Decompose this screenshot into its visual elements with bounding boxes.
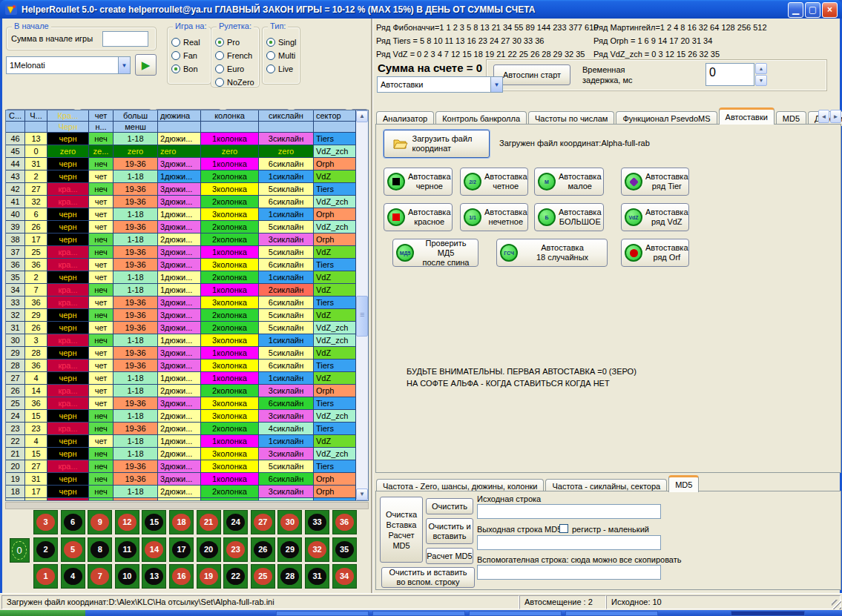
chevron-down-icon[interactable]: ▼ bbox=[490, 77, 502, 92]
play-button[interactable]: ▶ bbox=[135, 54, 157, 76]
table-row[interactable]: 1931черннеч19-363дюжи...1колонка6сиклайн… bbox=[6, 473, 356, 486]
scrollbar-thumb[interactable] bbox=[356, 296, 368, 337]
taskbar-button[interactable] bbox=[276, 611, 369, 616]
board-cell-10[interactable]: 10 bbox=[115, 564, 139, 589]
register-checkbox[interactable] bbox=[559, 524, 568, 533]
board-cell-11[interactable]: 11 bbox=[115, 537, 139, 562]
board-cell-16[interactable]: 16 bbox=[169, 564, 194, 589]
taskbar-button[interactable] bbox=[731, 611, 805, 616]
table-scrollbar[interactable]: ▲ ▼ bbox=[356, 110, 368, 500]
radio-option-fan[interactable]: Fan bbox=[171, 50, 208, 62]
table-row[interactable]: 2536кра...чет19-363дюжи...3колонка6сикла… bbox=[6, 397, 356, 410]
tab-scroll-right-icon[interactable]: ► bbox=[830, 110, 841, 123]
load-coordinates-button[interactable]: Загрузить файл координат bbox=[384, 130, 490, 158]
board-cell-29[interactable]: 29 bbox=[277, 537, 302, 562]
radio-option-pro[interactable]: Pro bbox=[215, 36, 256, 48]
table-row[interactable]: 4132кра...чет19-363дюжи...2колонка6сикла… bbox=[6, 196, 356, 208]
board-cell-24[interactable]: 24 bbox=[223, 510, 248, 534]
autospin-start-button[interactable]: Автоспин старт bbox=[493, 64, 570, 85]
table-row[interactable]: 3926чернчет19-363дюжи...2колонка5сиклайн… bbox=[6, 221, 356, 234]
stake-button-красное[interactable]: Автоставкакрасное bbox=[384, 203, 453, 231]
table-row[interactable]: 1723кра...неч19-362дюжи...2колонка4сикла… bbox=[6, 498, 356, 500]
board-cell-32[interactable]: 32 bbox=[305, 537, 329, 562]
table-row[interactable]: 2323кра...неч19-362дюжи...2колонка4сикла… bbox=[6, 423, 356, 435]
stake-button-четное[interactable]: 2/2Автоставкачетное bbox=[460, 168, 528, 196]
board-cell-25[interactable]: 25 bbox=[251, 564, 275, 589]
table-row[interactable]: 347кра...неч1-181дюжи...1колонка2сиклайн… bbox=[6, 284, 356, 297]
aux-string-input[interactable] bbox=[477, 565, 661, 580]
taskbar-button[interactable] bbox=[469, 611, 562, 616]
board-cell-14[interactable]: 14 bbox=[142, 537, 166, 562]
table-row[interactable]: 2614кра...чет1-182дюжи...2колонка3сиклай… bbox=[6, 385, 356, 397]
table-row[interactable]: 303кра...неч1-181дюжи...3колонка1сиклайн… bbox=[6, 334, 356, 347]
spin-down-icon[interactable]: ▼ bbox=[755, 75, 767, 86]
start-button[interactable] bbox=[0, 610, 85, 616]
resize-grip[interactable] bbox=[832, 600, 841, 609]
maximize-button[interactable]: ▢ bbox=[805, 2, 820, 18]
table-row[interactable]: 3725кра...неч19-363дюжи...1колонка5сикла… bbox=[6, 246, 356, 259]
board-cell-18[interactable]: 18 bbox=[169, 510, 194, 534]
table-row[interactable]: 2928чернчет19-363дюжи...1колонка5сиклайн… bbox=[6, 347, 356, 360]
board-cell-30[interactable]: 30 bbox=[277, 510, 302, 534]
board-cell-5[interactable]: 5 bbox=[61, 537, 85, 562]
radio-option-live[interactable]: Live bbox=[266, 63, 297, 75]
stake-button-ряд-tier[interactable]: Автоставкаряд Tier bbox=[621, 168, 689, 196]
board-cell-1[interactable]: 1 bbox=[33, 564, 58, 589]
radio-option-singl[interactable]: Singl bbox=[266, 36, 297, 48]
calc-md5-button[interactable]: Расчет MD5 bbox=[426, 548, 473, 564]
board-cell-8[interactable]: 8 bbox=[88, 537, 112, 562]
board-cell-31[interactable]: 31 bbox=[305, 564, 329, 589]
stakes-combobox[interactable]: Автоставки ▼ bbox=[377, 76, 503, 93]
clear-button[interactable]: Очистить bbox=[426, 498, 473, 514]
table-row[interactable]: 4431черннеч19-363дюжи...1колонка6сиклайн… bbox=[6, 158, 356, 170]
table-row[interactable]: 432чернчет1-181дюжи...2колонка1сиклайнVd… bbox=[6, 170, 356, 183]
taskbar-button[interactable] bbox=[372, 611, 465, 616]
table-hscrollbar[interactable] bbox=[5, 502, 369, 509]
radio-option-multi[interactable]: Multi bbox=[266, 50, 297, 62]
tab-автоставки[interactable]: Автоставки bbox=[719, 107, 774, 125]
board-cell-15[interactable]: 15 bbox=[142, 510, 166, 534]
table-row[interactable]: 3817черннеч1-182дюжи...2колонка3сиклайнO… bbox=[6, 234, 356, 246]
table-row[interactable]: 3126чернчет19-363дюжи...2колонка5сиклайн… bbox=[6, 322, 356, 334]
board-cell-6[interactable]: 6 bbox=[61, 510, 85, 534]
board-cell-21[interactable]: 21 bbox=[197, 510, 221, 534]
board-cell-35[interactable]: 35 bbox=[332, 537, 357, 562]
stake-button-ряд-orf[interactable]: Автоставкаряд Orf bbox=[621, 239, 689, 267]
stake-button-черное[interactable]: Автоставкачерное bbox=[384, 168, 453, 196]
table-row[interactable]: 352чернчет1-181дюжи...2колонка1сиклайнVd… bbox=[6, 271, 356, 284]
chevron-down-icon[interactable]: ▼ bbox=[118, 57, 130, 73]
board-cell-36[interactable]: 36 bbox=[332, 510, 357, 534]
stake-button-нечетное[interactable]: 1/1Автоставканечетное bbox=[460, 203, 528, 231]
stake-button-большое[interactable]: БАвтоставкаБОЛЬШОЕ bbox=[534, 203, 604, 231]
radio-option-euro[interactable]: Euro bbox=[215, 63, 256, 75]
close-button[interactable]: × bbox=[822, 2, 838, 18]
tab-md5[interactable]: MD5 bbox=[668, 475, 699, 492]
board-cell-13[interactable]: 13 bbox=[142, 564, 166, 589]
scroll-down-icon[interactable]: ▼ bbox=[356, 489, 368, 500]
radio-option-nozero[interactable]: NoZero bbox=[215, 76, 256, 88]
table-row[interactable]: 1817черннеч1-182дюжи...2колонка3сиклайнO… bbox=[6, 486, 356, 498]
md5-big-button[interactable]: Очистка Вставка Расчет MD5 bbox=[380, 497, 423, 563]
table-row[interactable]: 2415черннеч1-182дюжи...3колонка3сиклайнV… bbox=[6, 410, 356, 423]
table-row[interactable]: 3336кра...чет19-363дюжи...3колонка6сикла… bbox=[6, 297, 356, 309]
table-row[interactable]: 274чернчет1-181дюжи...1колонка1сиклайнVd… bbox=[6, 372, 356, 385]
taskbar-button[interactable] bbox=[565, 611, 658, 616]
board-cell-3[interactable]: 3 bbox=[33, 510, 58, 534]
tab-scroll-left-icon[interactable]: ◄ bbox=[818, 110, 829, 123]
board-cell-2[interactable]: 2 bbox=[33, 537, 58, 562]
board-cell-33[interactable]: 33 bbox=[305, 510, 329, 534]
stake-button-18-случайных[interactable]: ГСЧАвтоставка18 случайных bbox=[496, 239, 608, 267]
board-cell-23[interactable]: 23 bbox=[223, 537, 248, 562]
table-row[interactable]: 406чернчет1-181дюжи...3колонка1сиклайнOr… bbox=[6, 208, 356, 221]
table-row[interactable]: 4613черннеч1-182дюжи...1колонка3сиклайнT… bbox=[6, 133, 356, 145]
board-cell-4[interactable]: 4 bbox=[61, 564, 85, 589]
delay-input[interactable]: 0 bbox=[705, 63, 754, 86]
table-row[interactable]: 4227кра...неч19-363дюжи...3колонка5сикла… bbox=[6, 183, 356, 196]
radio-option-real[interactable]: Real bbox=[171, 36, 208, 48]
table-row[interactable]: 3636кра...чет19-363дюжи...3колонка6сикла… bbox=[6, 259, 356, 271]
stake-button-после-спина[interactable]: МД5Проверить МД5после спина bbox=[392, 239, 478, 267]
board-cell-22[interactable]: 22 bbox=[223, 564, 248, 589]
board-cell-19[interactable]: 19 bbox=[197, 564, 221, 589]
scroll-up-icon[interactable]: ▲ bbox=[356, 110, 368, 122]
board-zero-cell[interactable]: 0 bbox=[10, 538, 30, 563]
